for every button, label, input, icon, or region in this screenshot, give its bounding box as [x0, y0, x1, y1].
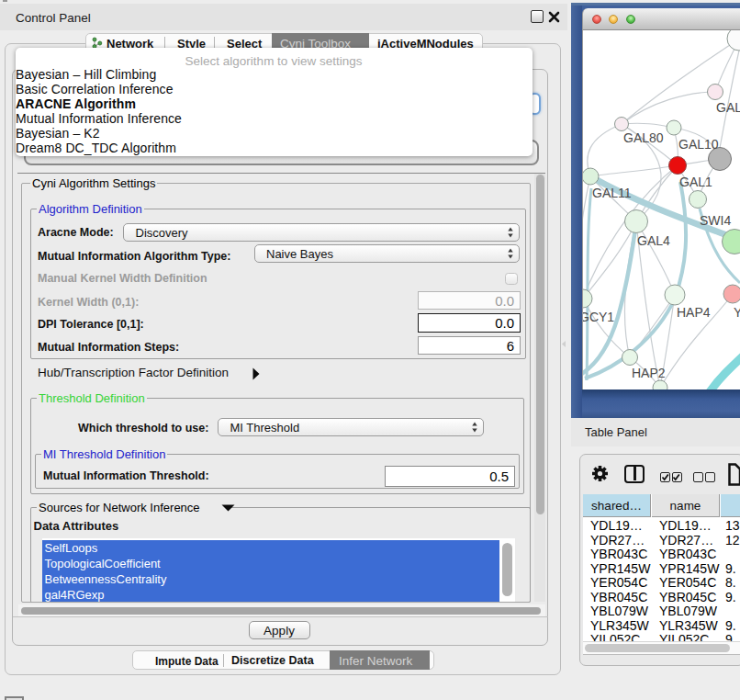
svg-text:GAL: GAL	[716, 100, 740, 115]
svg-text:GAL4: GAL4	[637, 233, 670, 248]
svg-text:SWI4: SWI4	[700, 213, 731, 228]
svg-text:GAL10: GAL10	[678, 137, 719, 152]
svg-text:Y: Y	[734, 305, 740, 320]
svg-text:GAL11: GAL11	[592, 186, 632, 200]
svg-text:GCY1: GCY1	[583, 310, 614, 324]
svg-text:GAL80: GAL80	[623, 130, 664, 145]
svg-text:GAL1: GAL1	[679, 175, 712, 189]
svg-text:HAP4: HAP4	[677, 305, 711, 320]
svg-text:HAP2: HAP2	[632, 366, 666, 380]
